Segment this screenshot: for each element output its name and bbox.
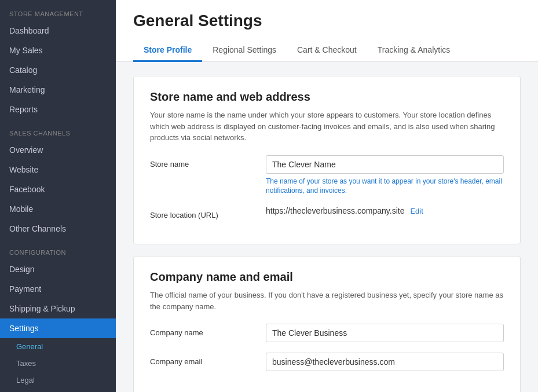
tab-regional-settings[interactable]: Regional Settings xyxy=(202,39,287,62)
sidebar-item-dashboard[interactable]: Dashboard xyxy=(0,21,116,41)
sidebar-subitem-general[interactable]: General xyxy=(0,338,116,355)
sidebar-item-shipping[interactable]: Shipping & Pickup xyxy=(0,299,116,318)
sidebar-subitem-taxes[interactable]: Taxes xyxy=(0,355,116,372)
sidebar-subitem-legal[interactable]: Legal xyxy=(0,372,116,389)
company-email-input[interactable] xyxy=(266,353,504,371)
company-name-label: Company name xyxy=(150,324,266,337)
company-email-row: Company email xyxy=(150,353,504,371)
company-card: Company name and email The official name… xyxy=(133,256,521,392)
store-url-label: Store location (URL) xyxy=(150,206,266,219)
tab-tracking-analytics[interactable]: Tracking & Analytics xyxy=(367,39,461,62)
company-name-row: Company name xyxy=(150,324,504,342)
page-title: General Settings xyxy=(133,12,521,30)
company-name-field xyxy=(266,324,504,342)
store-name-card-description: Your store name is the name under which … xyxy=(150,109,504,144)
sidebar-item-reports[interactable]: Reports xyxy=(0,100,116,119)
tab-cart-checkout[interactable]: Cart & Checkout xyxy=(287,39,367,62)
tab-store-profile[interactable]: Store Profile xyxy=(133,39,202,62)
company-name-input[interactable] xyxy=(266,324,504,342)
store-name-input[interactable] xyxy=(266,155,504,174)
company-email-field xyxy=(266,353,504,371)
main-content: General Settings Store Profile Regional … xyxy=(116,0,538,392)
content-area: Store name and web address Your store na… xyxy=(116,62,538,392)
store-url-row: Store location (URL) https://thecleverbu… xyxy=(150,206,504,219)
company-card-description: The official name of your business. If y… xyxy=(150,290,504,312)
sidebar: Store management Dashboard My Sales Cata… xyxy=(0,0,116,392)
sidebar-item-catalog[interactable]: Catalog xyxy=(0,60,116,80)
company-email-label: Company email xyxy=(150,353,266,366)
sidebar-item-website[interactable]: Website xyxy=(0,160,116,179)
sidebar-item-mobile[interactable]: Mobile xyxy=(0,199,116,219)
main-header: General Settings Store Profile Regional … xyxy=(116,0,538,62)
store-name-card: Store name and web address Your store na… xyxy=(133,76,521,244)
store-url-field: https://thecleverbusiness.company.site E… xyxy=(266,206,504,215)
sidebar-item-facebook[interactable]: Facebook xyxy=(0,179,116,199)
store-name-row: Store name The name of your store as you… xyxy=(150,155,504,196)
store-url-value: https://thecleverbusiness.company.site xyxy=(266,206,404,215)
url-row: https://thecleverbusiness.company.site E… xyxy=(266,206,504,215)
sidebar-item-design[interactable]: Design xyxy=(0,259,116,279)
sidebar-item-other-channels[interactable]: Other Channels xyxy=(0,219,116,239)
store-name-label: Store name xyxy=(150,155,266,168)
sidebar-section-sales-channels: Sales channels xyxy=(0,119,116,140)
sidebar-section-store-management: Store management xyxy=(0,0,116,21)
sidebar-item-marketing[interactable]: Marketing xyxy=(0,80,116,100)
store-name-card-title: Store name and web address xyxy=(150,90,504,104)
store-name-hint: The name of your store as you want it to… xyxy=(266,177,504,196)
sidebar-item-overview[interactable]: Overview xyxy=(0,140,116,160)
tabs: Store Profile Regional Settings Cart & C… xyxy=(133,39,521,61)
company-card-title: Company name and email xyxy=(150,270,504,284)
sidebar-item-payment[interactable]: Payment xyxy=(0,279,116,299)
sidebar-item-settings[interactable]: Settings xyxy=(0,318,116,338)
store-url-edit-link[interactable]: Edit xyxy=(410,207,423,215)
store-name-field: The name of your store as you want it to… xyxy=(266,155,504,196)
sidebar-item-my-sales[interactable]: My Sales xyxy=(0,41,116,60)
sidebar-section-configuration: Configuration xyxy=(0,239,116,259)
